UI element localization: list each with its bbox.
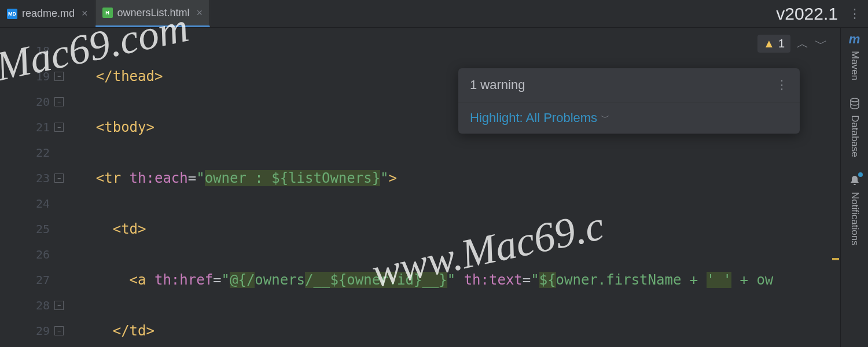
notifications-tool-button[interactable]: Notifications: [848, 174, 862, 246]
close-icon[interactable]: ×: [82, 8, 88, 20]
line-number: 29−: [0, 318, 62, 344]
fold-icon[interactable]: −: [54, 174, 64, 183]
next-problem-icon[interactable]: ﹀: [815, 35, 827, 53]
line-number: 25: [0, 216, 62, 242]
tabs-container: MD readme.md × H ownersList.html ×: [0, 0, 210, 27]
kebab-menu-icon[interactable]: ⋮: [848, 6, 861, 21]
right-tool-rail: m Maven Database Notifications: [840, 28, 868, 347]
tab-label: readme.md: [22, 8, 75, 20]
tab-ownerslist[interactable]: H ownersList.html ×: [95, 0, 211, 27]
line-gutter: 18 19− 20− 21− 22 23− 24 25 26 27 28− 29…: [0, 28, 62, 347]
markdown-file-icon: MD: [7, 9, 17, 19]
tab-label: ownersList.html: [117, 7, 190, 19]
warning-icon: ▲: [763, 37, 775, 50]
database-icon: [848, 97, 862, 110]
kebab-menu-icon[interactable]: ⋮: [775, 77, 788, 93]
highlight-mode-selector[interactable]: Highlight: All Problems ﹀: [458, 102, 800, 134]
svg-point-0: [851, 98, 859, 102]
tab-bar: MD readme.md × H ownersList.html × v2022…: [0, 0, 868, 28]
fold-icon[interactable]: −: [54, 97, 64, 106]
prev-problem-icon[interactable]: ︿: [796, 35, 809, 53]
notification-dot-icon: [858, 172, 863, 177]
warning-count-badge[interactable]: ▲ 1: [757, 35, 790, 53]
fold-icon[interactable]: −: [54, 72, 64, 81]
fold-icon[interactable]: −: [54, 123, 64, 132]
html-file-icon: H: [102, 8, 113, 18]
version-label: v2022.1: [776, 4, 838, 24]
line-number: 24: [0, 191, 62, 216]
line-number: 20−: [0, 89, 62, 115]
tab-readme[interactable]: MD readme.md ×: [0, 0, 95, 27]
close-icon[interactable]: ×: [197, 7, 203, 19]
warning-marker[interactable]: [832, 258, 839, 260]
chevron-down-icon: ﹀: [601, 112, 610, 124]
maven-tool-button[interactable]: m Maven: [848, 32, 862, 80]
fold-icon[interactable]: −: [54, 326, 64, 335]
bell-icon: [848, 174, 862, 187]
line-number: 23−: [0, 165, 62, 191]
line-number: 26: [0, 242, 62, 267]
database-tool-button[interactable]: Database: [848, 97, 862, 157]
line-number: 27: [0, 267, 62, 293]
fold-icon[interactable]: −: [54, 301, 64, 310]
problems-popup: 1 warning ⋮ Highlight: All Problems ﹀: [458, 68, 800, 134]
line-number: 18: [0, 38, 62, 64]
popup-header: 1 warning ⋮: [458, 68, 800, 102]
line-number: 19−: [0, 64, 62, 89]
inspection-widget: ▲ 1 ︿ ﹀: [757, 35, 827, 53]
line-number: 28−: [0, 293, 62, 318]
line-number: 21−: [0, 115, 62, 140]
line-number: 22: [0, 140, 62, 165]
maven-icon: m: [848, 32, 862, 46]
scroll-track[interactable]: [831, 56, 840, 347]
